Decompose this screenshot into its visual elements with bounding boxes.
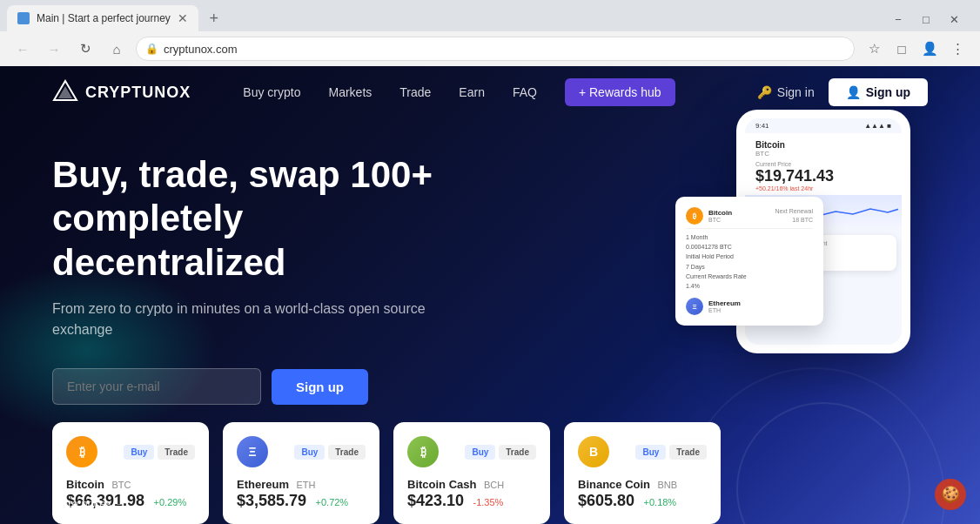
- nav-right: 🔑 Sign in 👤 Sign up: [757, 78, 928, 106]
- nav-links: Buy crypto Markets Trade Earn FAQ + Rewa…: [243, 78, 757, 106]
- hero-signup-button[interactable]: Sign up: [272, 369, 368, 405]
- eth-card-name-row: Ethereum ETH: [237, 476, 366, 492]
- phone-header: Bitcoin BTC Current Price $19,741.43 +50…: [745, 133, 902, 195]
- bnb-price: $605.80: [578, 492, 634, 509]
- floating-detail-card: ₿ Bitcoin BTC Next Renewal 18 BTC 1 Mont…: [675, 197, 823, 326]
- nav-trade[interactable]: Trade: [399, 85, 431, 99]
- btc-logo: ₿: [66, 436, 97, 467]
- close-button[interactable]: ✕: [942, 7, 966, 31]
- eth-change: +0.72%: [316, 497, 349, 507]
- crypto-cards-section: ₿ Buy Trade Bitcoin BTC $66,391.98 +0.29…: [0, 422, 980, 524]
- bnb-card-name-row: Binance Coin BNB: [578, 476, 707, 492]
- phone-coin-name: Bitcoin: [755, 140, 891, 150]
- logo-text: CRYPTUNOX: [85, 84, 191, 102]
- eth-name-sm: Ethereum: [708, 299, 808, 307]
- nav-faq[interactable]: FAQ: [513, 85, 537, 99]
- btc-details-sm: Bitcoin BTC: [708, 209, 769, 223]
- bch-card-actions: Buy Trade: [465, 445, 536, 460]
- phone-price-label: Current Price: [755, 161, 891, 167]
- signup-button[interactable]: 👤 Sign up: [829, 78, 928, 106]
- float-coin-row-eth: Ξ Ethereum ETH: [686, 294, 813, 319]
- eth-details-sm: Ethereum ETH: [708, 299, 808, 313]
- back-button[interactable]: ←: [10, 37, 35, 61]
- eth-ticker-sm: ETH: [708, 307, 808, 313]
- signup-label: Sign up: [866, 85, 910, 99]
- nav-markets[interactable]: Markets: [328, 85, 372, 99]
- new-tab-button[interactable]: +: [202, 6, 226, 30]
- btc-trade-button[interactable]: Trade: [158, 445, 195, 460]
- forward-button[interactable]: →: [42, 37, 66, 61]
- bch-card-name-row: Bitcoin Cash BCH: [407, 476, 536, 492]
- eth-logo: Ξ: [237, 436, 268, 467]
- minimize-button[interactable]: −: [886, 7, 910, 31]
- bch-price-row: $423.10 -1.35%: [407, 492, 536, 510]
- phone-price-change: +50.21/16% last 24hr: [755, 185, 891, 191]
- btc-card-actions: Buy Trade: [124, 445, 195, 460]
- browser-tab-active[interactable]: Main | Start a perfect journey ✕: [7, 5, 198, 31]
- email-input[interactable]: [52, 368, 261, 405]
- lock-icon: 🔒: [145, 43, 158, 55]
- eth-card-top: Ξ Buy Trade: [237, 436, 366, 467]
- more-prices-link[interactable]: More prices →: [52, 497, 126, 510]
- floating-card-details: 1 Month 0.00041278 BTC Initial Hold Peri…: [686, 229, 813, 294]
- key-icon: 🔑: [757, 85, 772, 99]
- bch-buy-button[interactable]: Buy: [465, 445, 495, 460]
- signin-button[interactable]: 🔑 Sign in: [757, 85, 815, 99]
- btc-card-ticker: BTC: [112, 480, 131, 490]
- logo[interactable]: CRYPTUNOX: [52, 79, 191, 105]
- btc-icon-sm: ₿: [686, 207, 703, 225]
- eth-trade-button[interactable]: Trade: [328, 445, 366, 460]
- tab-close-icon[interactable]: ✕: [178, 11, 188, 25]
- restore-button[interactable]: □: [914, 7, 938, 31]
- hero-title: Buy, trade, swap 100+ completely decentr…: [52, 153, 435, 285]
- phone-time: 9:41: [755, 122, 769, 130]
- bnb-price-row: $605.80 +0.18%: [578, 492, 707, 510]
- bnb-card-actions: Buy Trade: [635, 445, 707, 460]
- btc-card-top: ₿ Buy Trade: [66, 436, 195, 467]
- btc-card-name: Bitcoin: [66, 478, 104, 491]
- eth-card-name: Ethereum: [237, 478, 289, 491]
- bch-card-ticker: BCH: [484, 480, 504, 490]
- browser-chrome: − □ ✕ Main | Start a perfect journey ✕ +…: [0, 0, 980, 66]
- chat-icon[interactable]: 🍪: [935, 479, 966, 510]
- eth-buy-button[interactable]: Buy: [294, 445, 325, 460]
- bookmark-button[interactable]: ☆: [862, 37, 886, 61]
- btc-ticker-sm: BTC: [708, 217, 769, 223]
- phone-coin-ticker: BTC: [755, 150, 891, 158]
- nav-earn[interactable]: Earn: [459, 85, 485, 99]
- menu-button[interactable]: ⋮: [945, 37, 970, 61]
- phone-price: $19,741.43: [755, 167, 891, 185]
- browser-controls: ← → ↻ ⌂ 🔒 cryptunox.com ☆ □ 👤 ⋮: [0, 31, 980, 66]
- bnb-trade-button[interactable]: Trade: [669, 445, 707, 460]
- btc-card-name-row: Bitcoin BTC: [66, 476, 195, 492]
- address-bar[interactable]: 🔒 cryptunox.com: [136, 37, 855, 61]
- hero-form: Sign up: [52, 368, 435, 405]
- rewards-hub-button[interactable]: + Rewards hub: [565, 78, 675, 106]
- bch-logo: ₿: [407, 436, 439, 467]
- bch-trade-button[interactable]: Trade: [499, 445, 536, 460]
- btc-change: +0.29%: [154, 497, 187, 507]
- profile-button[interactable]: 👤: [917, 37, 942, 61]
- bnb-change: +0.18%: [644, 497, 677, 507]
- nav-buy-crypto[interactable]: Buy crypto: [243, 85, 300, 99]
- tab-favicon: [17, 12, 30, 24]
- navbar: CRYPTUNOX Buy crypto Markets Trade Earn …: [0, 66, 980, 118]
- extensions-button[interactable]: □: [889, 37, 914, 61]
- hero-subtitle: From zero to crypto in minutes on a worl…: [52, 299, 435, 340]
- user-icon: 👤: [846, 85, 861, 99]
- reload-button[interactable]: ↻: [73, 37, 97, 61]
- crypto-card-bch: ₿ Buy Trade Bitcoin Cash BCH $423.10 -1.…: [393, 422, 550, 524]
- bnb-buy-button[interactable]: Buy: [635, 445, 666, 460]
- home-button[interactable]: ⌂: [104, 37, 129, 61]
- btc-buy-button[interactable]: Buy: [124, 445, 154, 460]
- float-coin-row-btc: ₿ Bitcoin BTC Next Renewal 18 BTC: [686, 204, 813, 229]
- eth-icon-sm: Ξ: [686, 298, 703, 315]
- bnb-card-ticker: BNB: [658, 480, 678, 490]
- browser-right-buttons: ☆ □ 👤 ⋮: [862, 37, 970, 61]
- phone-mockup: 9:41 ▲▲▲ ■ Bitcoin BTC Current Price $19…: [736, 110, 928, 353]
- hero-section: Buy, trade, swap 100+ completely decentr…: [0, 118, 487, 405]
- bnb-logo: B: [578, 436, 609, 467]
- signin-label: Sign in: [777, 85, 815, 99]
- btc-name-sm: Bitcoin: [708, 209, 769, 217]
- crypto-card-eth: Ξ Buy Trade Ethereum ETH $3,585.79 +0.72…: [223, 422, 379, 524]
